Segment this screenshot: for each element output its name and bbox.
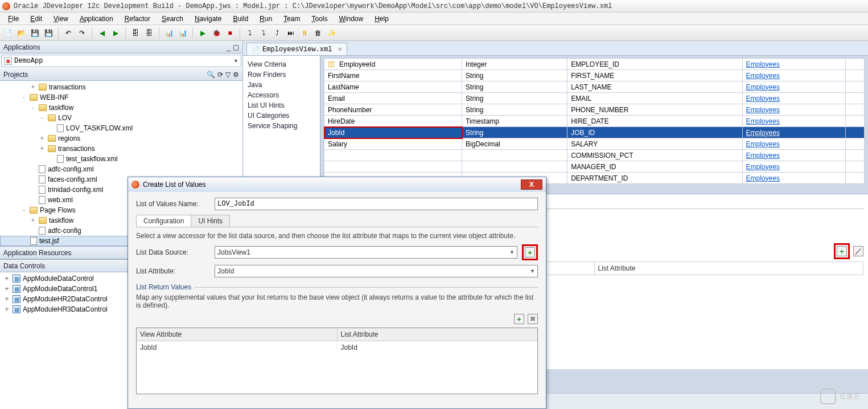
entity-link[interactable]: Employees [746, 129, 780, 137]
pause-icon[interactable]: ⏸ [299, 28, 310, 38]
sql-icon[interactable]: 🗄 [144, 28, 154, 38]
data-source-select[interactable]: JobsView1 ▼ [215, 246, 517, 259]
attribute-row[interactable]: MANAGER_IDEmployees [324, 161, 865, 173]
undo-icon[interactable]: ↶ [63, 28, 73, 38]
entity-link[interactable]: Employees [746, 95, 780, 103]
debug-icon[interactable]: 🐞 [211, 28, 221, 38]
menu-application[interactable]: Application [74, 14, 119, 24]
panel-minimize-icon[interactable]: _ [227, 43, 231, 51]
tree-node[interactable]: +transactions [0, 82, 242, 92]
run-icon[interactable]: ▶ [198, 28, 208, 38]
return-values-table[interactable]: View Attribute List Attribute JobId JobI… [136, 328, 538, 394]
menu-window[interactable]: Window [333, 14, 369, 24]
db-icon[interactable]: 🗄 [130, 28, 141, 38]
stop-icon[interactable]: ■ [225, 28, 235, 38]
dialog-titlebar[interactable]: Create List of Values X [128, 177, 546, 192]
tab-employeesview[interactable]: 📄 EmployeesView.xml ✕ [246, 43, 347, 55]
refresh-icon[interactable]: ⟳ [217, 71, 223, 79]
lov-name-input[interactable] [215, 198, 538, 210]
redo-icon[interactable]: ↷ [77, 28, 87, 38]
attribute-table[interactable]: ⚿EmployeeIdIntegerEMPLOYEE_IDEmployeesFi… [324, 58, 865, 184]
menu-help[interactable]: Help [369, 14, 394, 24]
list-attribute-select[interactable]: JobId ▼ [215, 265, 538, 277]
wand-icon[interactable]: ✨ [327, 28, 337, 38]
back-icon[interactable]: ◀ [97, 28, 107, 38]
menu-build[interactable]: Build [227, 14, 254, 24]
search-icon[interactable]: 🔍 [207, 71, 215, 79]
attribute-row[interactable]: SalaryBigDecimalSALARYEmployees [324, 138, 865, 150]
tree-node[interactable]: -taskflow [0, 103, 242, 113]
menu-edit[interactable]: Edit [24, 14, 48, 24]
entity-link[interactable]: Employees [746, 163, 780, 171]
attribute-row[interactable]: EmailStringEMAILEmployees [324, 93, 865, 104]
attribute-row[interactable]: LastNameStringLAST_NAMEEmployees [324, 81, 865, 93]
outline-item[interactable]: Java [248, 80, 315, 90]
attribute-row[interactable]: FirstNameStringFIRST_NAMEEmployees [324, 70, 865, 81]
add-datasource-highlight: ＋ [522, 244, 538, 260]
outline-item[interactable]: Row Finders [248, 69, 315, 80]
entity-link[interactable]: Employees [746, 140, 780, 148]
entity-link[interactable]: Employees [746, 60, 780, 68]
attribute-row[interactable]: JobIdStringJOB_IDEmployees [324, 127, 865, 138]
tree-node[interactable]: -LOV [0, 113, 242, 123]
panel-restore-icon[interactable]: ▢ [233, 43, 239, 51]
tree-node[interactable]: +transactions [0, 144, 242, 154]
new-icon[interactable]: 📄 [2, 28, 13, 38]
settings-icon[interactable]: ⚙ [233, 71, 239, 79]
save-icon[interactable]: 💾 [30, 28, 40, 38]
menu-team[interactable]: Team [278, 14, 306, 24]
ret-view-attr: JobId [137, 341, 338, 354]
gc-icon[interactable]: 🗑 [313, 28, 323, 38]
tree-label: transactions [58, 144, 95, 154]
tree-node[interactable]: LOV_TASKFLOW.xml [0, 123, 242, 133]
outline-item[interactable]: UI Categories [248, 111, 315, 121]
attribute-row[interactable]: COMMISSION_PCTEmployees [324, 150, 865, 161]
tree-node[interactable]: +regions [0, 133, 242, 144]
step-out-icon[interactable]: ⤴ [272, 28, 282, 38]
menu-run[interactable]: Run [254, 14, 278, 24]
outline-item[interactable]: View Criteria [248, 59, 315, 69]
attribute-row[interactable]: HireDateTimestampHIRE_DATEEmployees [324, 116, 865, 127]
entity-link[interactable]: Employees [746, 152, 780, 159]
tree-label: Page Flows [40, 205, 76, 215]
diagram2-icon[interactable]: 📊 [178, 28, 188, 38]
menu-search[interactable]: Search [156, 14, 189, 24]
entity-link[interactable]: Employees [746, 83, 780, 91]
menu-file[interactable]: File [2, 14, 24, 24]
resume-icon[interactable]: ⏭ [286, 28, 296, 38]
step-into-icon[interactable]: ⤵ [258, 28, 269, 38]
menu-view[interactable]: View [48, 14, 74, 24]
attribute-row[interactable]: ⚿EmployeeIdIntegerEMPLOYEE_IDEmployees [324, 59, 865, 70]
close-icon[interactable]: ✕ [338, 46, 342, 52]
open-icon[interactable]: 📂 [16, 28, 26, 38]
forward-icon[interactable]: ▶ [110, 28, 121, 38]
attribute-row[interactable]: PhoneNumberStringPHONE_NUMBEREmployees [324, 104, 865, 116]
outline-item[interactable]: Service Shaping [248, 121, 315, 131]
tree-node[interactable]: -WEB-INF [0, 92, 242, 103]
delete-return-button[interactable]: ✖ [528, 314, 538, 324]
tab-configuration[interactable]: Configuration [136, 215, 191, 227]
tab-ui-hints[interactable]: UI Hints [191, 215, 230, 227]
outline-item[interactable]: List UI Hints [248, 100, 315, 111]
menu-navigate[interactable]: Navigate [189, 14, 227, 24]
add-return-button[interactable]: ＋ [514, 314, 524, 324]
filter-icon[interactable]: ▽ [225, 71, 231, 79]
applications-label: Applications [3, 43, 40, 51]
dialog-close-button[interactable]: X [521, 179, 542, 190]
diagram-icon[interactable]: 📊 [164, 28, 174, 38]
menu-tools[interactable]: Tools [306, 14, 333, 24]
tree-node[interactable]: test_taskflow.xml [0, 154, 242, 164]
entity-link[interactable]: Employees [746, 72, 780, 80]
edit-lov-button[interactable]: ／ [853, 246, 863, 256]
application-selector[interactable]: ▣ DemoApp ▼ [1, 55, 241, 67]
add-datasource-button[interactable]: ＋ [525, 247, 535, 257]
menu-refactor[interactable]: Refactor [119, 14, 156, 24]
save-all-icon[interactable]: 💾 [43, 28, 54, 38]
tree-node[interactable]: adfc-config.xml [0, 164, 242, 174]
entity-link[interactable]: Employees [746, 174, 780, 182]
add-lov-button[interactable]: ＋ [837, 246, 847, 256]
entity-link[interactable]: Employees [746, 106, 780, 114]
step-over-icon[interactable]: ⤵ [245, 28, 255, 38]
entity-link[interactable]: Employees [746, 117, 780, 125]
outline-item[interactable]: Accessors [248, 90, 315, 100]
